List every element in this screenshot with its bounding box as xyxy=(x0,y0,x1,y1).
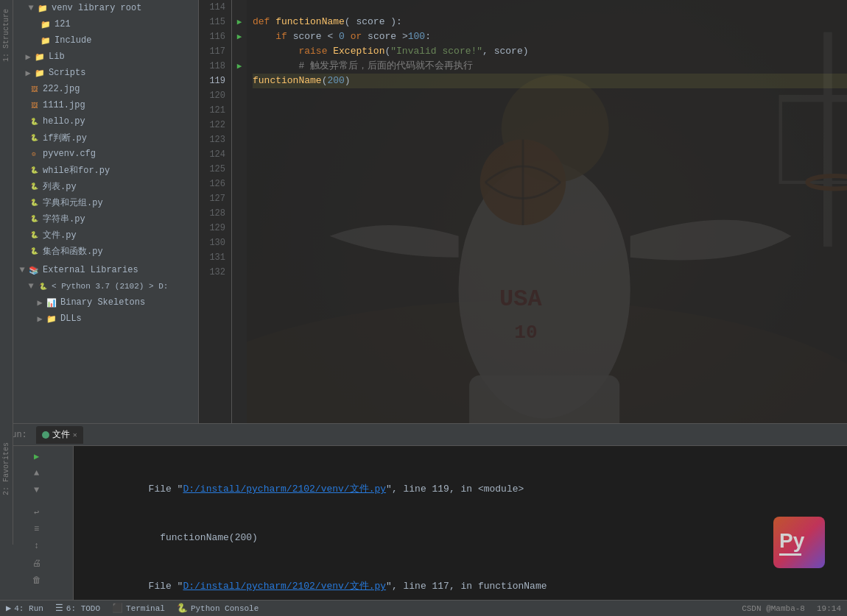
gutter-117 xyxy=(232,44,247,59)
close-tab-icon[interactable]: ✕ xyxy=(73,431,77,439)
item-label-pyvenv: pyvenv.cfg xyxy=(43,149,96,159)
gutter-125 xyxy=(232,162,247,177)
todo-tab-label: 6: TODO xyxy=(66,604,100,613)
img-icon-222: 🖼 xyxy=(28,83,40,95)
sidebar-item-ifjudge[interactable]: 🐍 if判断.py xyxy=(13,130,198,146)
run-delete-button[interactable]: 🗑 xyxy=(29,573,44,587)
py37-arrow: ▼ xyxy=(25,281,37,291)
item-label-lib: Lib xyxy=(49,52,65,62)
run-print-button[interactable]: 🖨 xyxy=(29,556,44,570)
editor-gutter: ▶ ▶ ▶ xyxy=(232,0,247,423)
line-numbers: 114 115 116 117 118 119 120 121 122 123 … xyxy=(199,0,232,423)
sidebar-item-file[interactable]: 🐍 文件.py xyxy=(13,227,198,243)
py-icon-if: 🐍 xyxy=(28,132,40,144)
line-114: 114 xyxy=(199,0,231,15)
sidebar-item-lib[interactable]: ▶ 📁 Lib xyxy=(13,49,198,65)
code-editor[interactable]: 114 115 116 117 118 119 120 121 122 123 … xyxy=(199,0,847,423)
item-label-hellopy: hello.py xyxy=(43,116,85,127)
run-scroll-up-button[interactable]: ▲ xyxy=(29,466,44,481)
run-body: ▶ ▲ ▼ ↩ ≡ ↕ 🖨 🗑 File "D:/install/pycharm… xyxy=(0,446,847,600)
folder-icon-include: 📁 xyxy=(40,35,52,46)
sidebar-binary-skeletons[interactable]: ▶ 📊 Binary Skeletons xyxy=(13,294,198,311)
sidebar-item-list[interactable]: 🐍 列表.py xyxy=(13,178,198,194)
run-sort-button[interactable]: ↕ xyxy=(29,539,44,553)
gutter-116: ▶ xyxy=(232,29,247,44)
code-line-130 xyxy=(253,236,847,250)
run-filter-button[interactable]: ≡ xyxy=(29,522,44,537)
sidebar-item-222jpg[interactable]: 🖼 222.jpg xyxy=(13,81,198,97)
sidebar-item-121[interactable]: 📁 121 xyxy=(13,16,198,32)
line-121: 121 xyxy=(199,103,231,118)
gutter-119 xyxy=(232,74,247,88)
dll-label: DLLs xyxy=(60,314,82,324)
code-line-122 xyxy=(253,118,847,132)
todo-icon: ☰ xyxy=(55,603,63,614)
py-dot-icon xyxy=(42,431,49,439)
output-link2[interactable]: D:/install/pycharm/2102/venv/文件.py xyxy=(183,581,386,592)
code-line-129 xyxy=(253,221,847,236)
code-line-120 xyxy=(253,88,847,103)
gutter-130 xyxy=(232,236,247,250)
line-130: 130 xyxy=(199,236,231,250)
run-tab-name: 文件 xyxy=(52,428,70,441)
sidebar-item-include[interactable]: 📁 Include xyxy=(13,32,198,49)
sidebar-item-whilefor[interactable]: 🐍 while和for.py xyxy=(13,162,198,178)
gutter-129 xyxy=(232,221,247,236)
sidebar-python37[interactable]: ▼ 🐍 < Python 3.7 (2102) > D: xyxy=(13,278,198,294)
code-line-114 xyxy=(253,0,847,15)
code-line-117: raise Exception("Invalid score!", score) xyxy=(253,44,847,59)
py37-label: < Python 3.7 (2102) > D: xyxy=(52,282,168,291)
run-scroll-down-button[interactable]: ▼ xyxy=(29,483,44,498)
csdn-watermark: CSDN @Mamba-8 xyxy=(742,604,805,613)
run-play-button[interactable]: ▶ xyxy=(29,449,44,464)
python-console-tab-label: Python Console xyxy=(191,604,259,613)
folder-icon-dll: 📁 xyxy=(46,313,57,325)
sidebar-item-1111jpg[interactable]: 🖼 1111.jpg xyxy=(13,97,198,113)
output-link1[interactable]: D:/install/pycharm/2102/venv/文件.py xyxy=(183,484,386,495)
py37-icon: 🐍 xyxy=(37,280,49,292)
sidebar-root[interactable]: ▼ 📁 venv library root xyxy=(13,0,198,16)
run-tab-bottom[interactable]: ▶ 4: Run xyxy=(6,603,43,614)
item-arrow: ▶ xyxy=(22,68,34,79)
folder-icon-lib: 📁 xyxy=(34,51,46,63)
favorites-tab[interactable]: 2: Favorites xyxy=(2,442,10,495)
time-display: 19:14 xyxy=(817,604,841,613)
sidebar-item-dict[interactable]: 🐍 字典和元组.py xyxy=(13,194,198,210)
run-wrap-button[interactable]: ↩ xyxy=(29,505,44,520)
code-line-126 xyxy=(253,177,847,191)
item-label-ifjudge: if判断.py xyxy=(43,132,87,144)
py-icon-hello: 🐍 xyxy=(28,116,40,127)
code-content[interactable]: def functionName( score ): if score < 0 … xyxy=(247,0,847,423)
gutter-123 xyxy=(232,132,247,147)
sidebar-item-str[interactable]: 🐍 字符串.py xyxy=(13,210,198,227)
line-128: 128 xyxy=(199,206,231,221)
folder-icon-scripts: 📁 xyxy=(34,67,46,79)
item-label-121: 121 xyxy=(55,19,71,29)
py-icon-file: 🐍 xyxy=(28,229,40,241)
status-bar: ▶ 4: Run ☰ 6: TODO ⬛ Terminal 🐍 Python C… xyxy=(0,600,847,616)
py-icon-list: 🐍 xyxy=(28,180,40,192)
line-129: 129 xyxy=(199,221,231,236)
sidebar-item-hellopy[interactable]: 🐍 hello.py xyxy=(13,113,198,130)
run-output: File "D:/install/pycharm/2102/venv/文件.py… xyxy=(74,446,847,600)
gutter-114 xyxy=(232,0,247,15)
sidebar-item-set[interactable]: 🐍 集合和函数.py xyxy=(13,243,198,259)
output-line3: File "D:/install/pycharm/2102/venv/文件.py… xyxy=(80,562,841,600)
code-line-115: def functionName( score ): xyxy=(253,15,847,29)
gutter-118: ▶ xyxy=(232,59,247,74)
sidebar-item-scripts[interactable]: ▶ 📁 Scripts xyxy=(13,65,198,81)
code-line-123 xyxy=(253,132,847,147)
run-tab-file[interactable]: 文件 ✕ xyxy=(36,426,83,444)
sidebar-item-pyvenv[interactable]: ⚙ pyvenv.cfg xyxy=(13,146,198,162)
py-icon-while: 🐍 xyxy=(28,164,40,176)
terminal-tab-bottom[interactable]: ⬛ Terminal xyxy=(112,603,165,614)
python-console-tab-bottom[interactable]: 🐍 Python Console xyxy=(177,603,259,614)
sidebar-external-libs[interactable]: ▼ 📚 External Libraries xyxy=(13,262,198,278)
structure-tab[interactable]: 1: Structure xyxy=(1,6,12,65)
item-label-list: 列表.py xyxy=(43,180,77,193)
sidebar-dlls[interactable]: ▶ 📁 DLLs xyxy=(13,311,198,327)
run-icon: ▶ xyxy=(6,603,11,614)
todo-tab-bottom[interactable]: ☰ 6: TODO xyxy=(55,603,100,614)
line-117: 117 xyxy=(199,44,231,59)
python-console-icon: 🐍 xyxy=(177,603,188,614)
